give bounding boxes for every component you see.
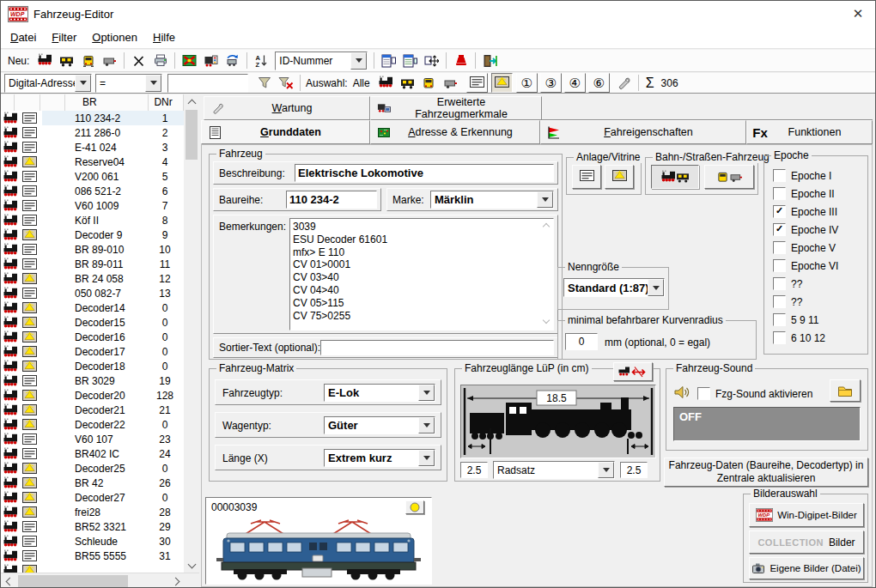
list-item[interactable]: Decoder25 0 — [1, 461, 184, 476]
delete-vehicle-button[interactable] — [128, 51, 149, 70]
tab-adresse-erkennung[interactable]: Adresse & Erkennung — [370, 120, 540, 144]
chevron-down-icon[interactable] — [537, 191, 553, 208]
marke-combo[interactable]: Märklin — [430, 191, 554, 209]
sort-order-combo[interactable]: ID-Nummer — [275, 52, 368, 70]
list-item[interactable]: V60 1009 7 — [1, 198, 184, 213]
menu-datei[interactable]: Datei — [3, 27, 44, 47]
vitrine-button[interactable] — [605, 165, 634, 189]
sort-az-icon-button[interactable]: A Z — [251, 51, 272, 70]
scroll-down-button[interactable] — [184, 558, 199, 573]
bemerkungen-textarea[interactable]: 3039 ESU Decoder 61601 mfx> E 110 CV 01>… — [293, 221, 539, 328]
list-item[interactable]: BR 24 058 12 — [1, 271, 184, 286]
menu-filter[interactable]: Filter — [44, 27, 84, 47]
image-lamp-button[interactable] — [405, 500, 424, 514]
chevron-down-icon[interactable] — [598, 462, 614, 478]
header-dnr[interactable]: DNr — [149, 94, 184, 112]
scroll-right-button[interactable] — [168, 573, 182, 588]
vertical-scrollbar[interactable] — [184, 94, 199, 573]
scroll-up-button[interactable] — [184, 94, 199, 109]
baureihe-input[interactable] — [287, 191, 376, 208]
select-trailers-button[interactable] — [440, 73, 461, 93]
list-item[interactable] — [1, 563, 184, 573]
header-br[interactable]: BR — [65, 94, 149, 112]
fahrzeugtyp-combo[interactable]: E-Lok — [324, 384, 435, 402]
list-item[interactable]: 086 521-2 6 — [1, 184, 184, 198]
list-item[interactable]: BR 3029 19 — [1, 373, 184, 388]
list-item[interactable]: Decoder16 0 — [1, 330, 184, 344]
list-item[interactable]: Decoder17 0 — [1, 344, 184, 359]
new-roadvehicle-button[interactable] — [77, 51, 99, 70]
chevron-down-icon[interactable] — [648, 279, 664, 296]
list-item[interactable]: 110 234-2 1 — [1, 111, 184, 125]
list-item[interactable]: V200 061 5 — [1, 169, 184, 184]
list-item[interactable]: 050 082-7 13 — [1, 286, 184, 300]
epoche-checkbox[interactable]: ?? — [773, 296, 838, 307]
epoche-checkbox[interactable]: ?? — [773, 278, 838, 289]
kurvenradius-input[interactable] — [566, 334, 597, 349]
list-item[interactable]: Decoder21 21 — [1, 403, 184, 417]
badge-3-button[interactable]: ③ — [540, 73, 562, 93]
scroll-down-icon[interactable] — [543, 317, 550, 324]
central-unit-button[interactable] — [450, 51, 471, 70]
scroll-left-button[interactable] — [3, 573, 16, 588]
new-locomotive-button[interactable] — [34, 51, 56, 70]
epoche-checkbox[interactable]: ✓ Epoche III — [773, 206, 838, 217]
badge-1-button[interactable]: ① — [516, 73, 538, 93]
win-digipet-bilder-button[interactable]: WDP Win-Digipet-Bilder — [749, 503, 864, 527]
view-list-left-button[interactable] — [378, 51, 399, 70]
wagentyp-combo[interactable]: Güter — [324, 416, 435, 434]
list-item[interactable]: BR52 3321 29 — [1, 519, 184, 534]
vertical-scroll-thumb[interactable] — [186, 110, 198, 160]
maintenance-filter-button[interactable] — [613, 73, 635, 93]
select-roadvehicles-button[interactable] — [418, 73, 440, 93]
list-item[interactable]: Decoder22 0 — [1, 417, 184, 432]
menu-optionen[interactable]: Optionen — [84, 27, 145, 47]
clear-filter-button[interactable] — [275, 73, 296, 93]
filter-operator-combo[interactable]: = — [95, 74, 162, 93]
chevron-down-icon[interactable] — [418, 450, 435, 466]
close-button[interactable]: ✕ — [841, 1, 875, 27]
eigene-bilder-button[interactable]: Eigene Bilder (Datei) — [749, 557, 864, 579]
list-item[interactable]: Reserve04 4 — [1, 155, 184, 169]
list-item[interactable]: Decoder 9 9 — [1, 227, 184, 242]
road-vehicle-button[interactable] — [704, 165, 754, 189]
epoche-checkbox[interactable]: 6 10 12 — [773, 332, 838, 343]
epoche-checkbox[interactable]: Epoche V — [773, 242, 838, 253]
select-locomotives-button[interactable] — [375, 73, 397, 93]
chevron-down-icon[interactable] — [418, 385, 435, 401]
list-item[interactable]: Decoder14 0 — [1, 300, 184, 315]
measure-length-button[interactable] — [613, 362, 653, 381]
show-image-rows-button[interactable] — [491, 73, 513, 93]
rail-vehicle-button[interactable] — [651, 165, 699, 189]
list-item[interactable]: Decoder27 0 — [1, 490, 184, 505]
filter-value-input[interactable] — [168, 75, 247, 92]
list-item[interactable]: Decoder15 0 — [1, 315, 184, 330]
beschreibung-input[interactable] — [295, 165, 553, 181]
chevron-down-icon[interactable] — [145, 75, 161, 92]
header-spacer[interactable] — [1, 94, 15, 112]
epoche-checkbox[interactable]: Epoche II — [773, 188, 838, 199]
scroll-up-icon[interactable] — [543, 223, 550, 230]
auswahl-alle[interactable]: Alle — [353, 77, 370, 89]
list-item[interactable]: BR402 IC 24 — [1, 446, 184, 461]
list-item[interactable]: Schleude 30 — [1, 534, 184, 549]
show-data-rows-button[interactable] — [466, 73, 488, 93]
tab-fahreigenschaften[interactable]: Fahreigenschaften — [540, 120, 746, 144]
list-item[interactable]: V60 107 23 — [1, 432, 184, 446]
epoche-checkbox[interactable]: Epoche VI — [773, 260, 838, 271]
epoche-checkbox[interactable]: 5 9 11 — [773, 314, 838, 325]
list-item[interactable]: BR 89-011 11 — [1, 257, 184, 271]
tab-funktionen[interactable]: Fx Funktionen — [746, 120, 873, 144]
horizontal-scrollbar[interactable] — [1, 573, 199, 588]
laenge-combo[interactable]: Extrem kurz — [324, 449, 435, 467]
new-trailer-button[interactable] — [99, 51, 120, 70]
tab-wartung[interactable]: Wartung — [204, 96, 370, 120]
tab-erweiterte-fahrzeugmerkmale[interactable]: Erweiterte Fahrzeugmerkmale — [370, 96, 542, 120]
chevron-down-icon[interactable] — [350, 52, 367, 70]
front-overhang-input[interactable] — [461, 463, 487, 477]
menu-hilfe[interactable]: Hilfe — [145, 27, 183, 47]
measure-mode-combo[interactable]: Radsatz — [493, 461, 615, 479]
list-item[interactable]: Decoder18 0 — [1, 359, 184, 373]
badge-4-button[interactable]: ④ — [564, 73, 586, 93]
window-size-button[interactable] — [421, 51, 442, 70]
